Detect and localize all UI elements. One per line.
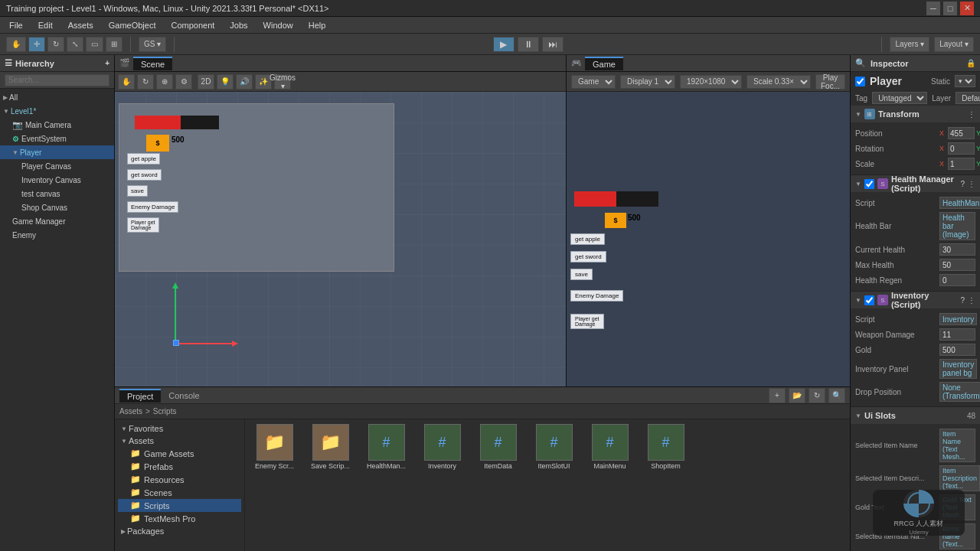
maximize-button[interactable]: □ [943, 2, 957, 15]
game-player-damage-btn[interactable]: Player getDamage [570, 314, 604, 329]
tag-select[interactable]: Untagged [872, 92, 927, 104]
gizmos-scene-btn[interactable]: Gizmos ▾ [274, 74, 291, 90]
hm-enable[interactable] [864, 179, 874, 189]
transform-header[interactable]: ▼ ⊞ Transform ⋮ [851, 106, 980, 122]
tree-scenes[interactable]: 📁 Scenes [118, 486, 241, 499]
health-manager-header[interactable]: ▼ S Health Manager (Script) ? ⋮ [851, 175, 980, 192]
step-button[interactable]: ⏭ [542, 37, 564, 52]
breadcrumb-scripts[interactable]: Scripts [153, 407, 177, 416]
game-content[interactable]: $ 500 get apple get sword save Enemy Dam… [567, 92, 850, 386]
audio-btn[interactable]: 🔊 [236, 74, 253, 90]
rect-tool[interactable]: ▭ [86, 37, 103, 52]
layout-button[interactable]: Layout ▾ [934, 37, 974, 52]
scene-content[interactable]: $ 500 get apple get sword save Enemy Dam… [115, 92, 566, 386]
hierarchy-inventorycanvas[interactable]: Inventory Canvas [0, 173, 114, 187]
project-tab[interactable]: Project [119, 389, 161, 403]
scene-save-btn[interactable]: save [127, 185, 148, 197]
hierarchy-gamemanager[interactable]: Game Manager [0, 214, 114, 228]
scene-get-sword-btn[interactable]: get sword [127, 169, 162, 181]
slot-sel-name-val[interactable]: Item Name (Text Mesh... [939, 429, 975, 462]
hierarchy-enemy[interactable]: Enemy [0, 228, 114, 242]
project-add-btn[interactable]: + [769, 388, 786, 403]
breadcrumb-assets[interactable]: Assets [119, 407, 142, 416]
scene-settings-btn[interactable]: ⚙ [175, 74, 192, 90]
menu-jobs[interactable]: Jobs [224, 19, 253, 31]
hm-options[interactable]: ? [960, 180, 965, 188]
pos-x-val[interactable]: 455 [948, 127, 975, 139]
layers-button[interactable]: Layers ▾ [890, 37, 929, 52]
2d-btn[interactable]: 2D [198, 74, 214, 90]
inventory-header[interactable]: ▼ S Inventory (Script) ? ⋮ [851, 292, 980, 308]
file-inventory[interactable]: # Inventory [417, 424, 467, 470]
file-enemyscr[interactable]: 📁 Enemy Scr... [250, 424, 299, 470]
game-display-select[interactable]: Game [571, 75, 616, 89]
hierarchy-eventsystem[interactable]: ⚙ EventSystem [0, 132, 114, 145]
game-resolution-select[interactable]: 1920×1080 [680, 75, 742, 89]
menu-file[interactable]: File [3, 19, 29, 31]
hand-tool[interactable]: ✋ [6, 37, 26, 52]
layer-select[interactable]: Default [956, 92, 980, 104]
game-get-sword-btn[interactable]: get sword [570, 251, 606, 262]
transform-options[interactable]: ⋮ [968, 110, 975, 119]
menu-assets[interactable]: Assets [62, 19, 100, 31]
hierarchy-testcanvas[interactable]: test canvas [0, 187, 114, 201]
inspector-lock[interactable]: 🔒 [966, 59, 975, 67]
scene-tab[interactable]: Scene [133, 57, 172, 70]
hm-curhealth-val[interactable]: 30 [939, 243, 975, 256]
menu-edit[interactable]: Edit [32, 19, 59, 31]
console-tab[interactable]: Console [161, 390, 207, 402]
gizmos-button[interactable]: GS ▾ [139, 37, 166, 52]
inv-more[interactable]: ⋮ [968, 296, 975, 305]
minimize-button[interactable]: ─ [926, 2, 940, 15]
scale-tool[interactable]: ⤡ [67, 37, 83, 52]
close-button[interactable]: ✕ [960, 2, 974, 15]
hierarchy-maincamera[interactable]: 📷 Main Camera [0, 118, 114, 132]
hm-maxhealth-val[interactable]: 50 [939, 259, 975, 271]
game-scale-select[interactable]: Scale 0.33× [746, 75, 811, 89]
play-button[interactable]: ▶ [493, 37, 514, 52]
hm-healthbar-val[interactable]: Health bar (Image) [939, 212, 975, 240]
game-get-apple-btn[interactable]: get apple [570, 233, 605, 245]
tree-textmeshpro[interactable]: 📁 TextMesh Pro [118, 512, 241, 525]
inv-wdmg-val[interactable]: 11 [939, 328, 975, 341]
file-healthman[interactable]: # HealthMan... [361, 424, 411, 470]
rotate-tool[interactable]: ↻ [47, 37, 64, 52]
project-search-btn[interactable]: 🔍 [828, 388, 845, 403]
scene-get-apple-btn[interactable]: get apple [127, 153, 160, 165]
rot-x-val[interactable]: 0 [948, 142, 975, 155]
game-tab[interactable]: Game [585, 57, 623, 70]
inv-gold-val[interactable]: 500 [939, 344, 975, 356]
hierarchy-playercanvas[interactable]: Player Canvas [0, 159, 114, 173]
file-itemslotui[interactable]: # ItemSlotUI [529, 424, 579, 470]
tree-packages[interactable]: ▶ Packages [118, 525, 241, 537]
menu-gameobject[interactable]: GameObject [103, 19, 162, 31]
scale-x-val[interactable]: 1 [948, 158, 975, 170]
ui-slots-header[interactable]: ▼ Ui Slots 48 [851, 407, 980, 424]
hm-regen-val[interactable]: 0 [939, 274, 975, 286]
game-enemy-damage-btn[interactable]: Enemy Damage [570, 290, 623, 302]
file-savescr[interactable]: 📁 Save Scrip... [305, 424, 355, 470]
player-enable-checkbox[interactable] [855, 77, 865, 86]
tree-gameassets[interactable]: 📁 Game Assets [118, 447, 241, 460]
hierarchy-search-input[interactable] [5, 74, 109, 86]
move-tool[interactable]: ✛ [28, 37, 45, 52]
tree-favorites[interactable]: ▼ Favorites [118, 422, 241, 435]
hm-more[interactable]: ⋮ [968, 180, 975, 188]
tree-assets[interactable]: ▼ Assets [118, 435, 241, 447]
menu-help[interactable]: Help [302, 19, 332, 31]
project-refresh-btn[interactable]: ↻ [808, 388, 825, 403]
hierarchy-plus[interactable]: + [105, 59, 109, 67]
hm-script-val[interactable]: HealthManager [939, 197, 980, 209]
hierarchy-player[interactable]: ▼ Player [0, 145, 114, 159]
tree-scripts[interactable]: 📁 Scripts [118, 499, 241, 512]
game-display-num-select[interactable]: Display 1 [620, 75, 675, 89]
play-focus-btn[interactable]: Play Foc... [815, 74, 845, 90]
hierarchy-shopcanvas[interactable]: Shop Canvas [0, 201, 114, 214]
file-itemdata[interactable]: # ItemData [473, 424, 523, 470]
scene-hand-btn[interactable]: ✋ [118, 74, 135, 90]
inv-droppos-val[interactable]: None (Transform) [939, 382, 980, 402]
scene-zoom-btn[interactable]: ⊕ [156, 74, 173, 90]
tree-resources[interactable]: 📁 Resources [118, 473, 241, 486]
menu-window[interactable]: Window [257, 19, 299, 31]
game-save-btn[interactable]: save [570, 269, 593, 280]
